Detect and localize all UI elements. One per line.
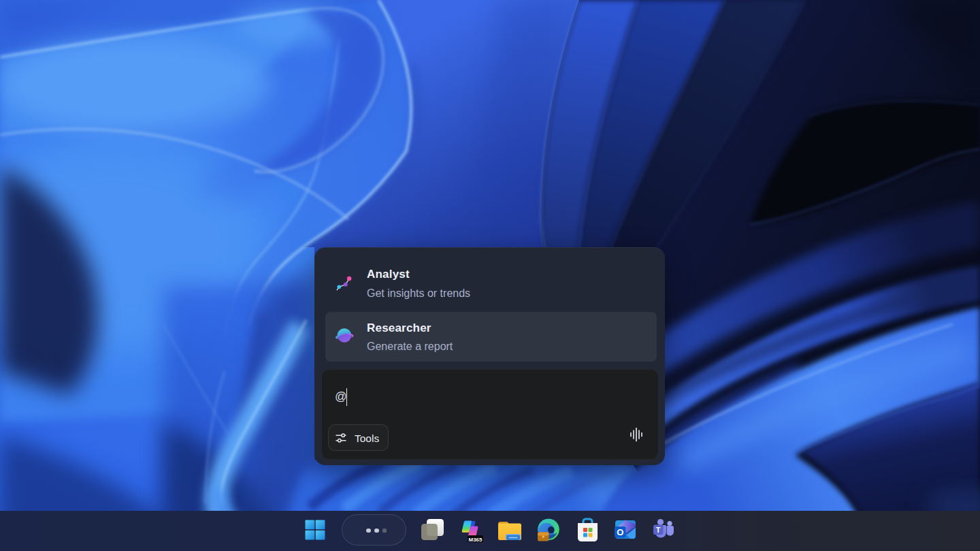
svg-text:M365: M365 <box>468 537 483 542</box>
svg-text:T: T <box>656 526 661 534</box>
svg-text:O: O <box>617 527 623 537</box>
